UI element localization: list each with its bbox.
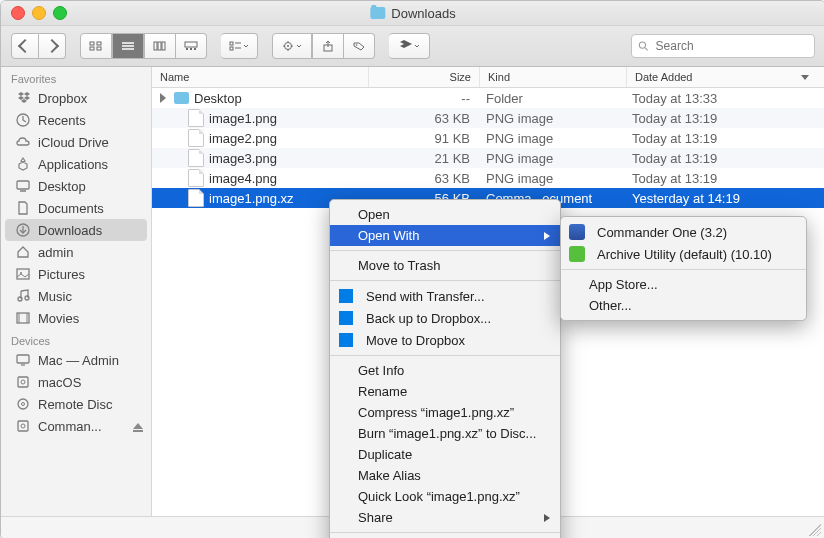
file-name-cell: image3.png: [152, 149, 368, 167]
sidebar-item-movies[interactable]: Movies: [1, 307, 151, 329]
menu-item-share[interactable]: Share: [330, 507, 560, 528]
menu-item-duplicate[interactable]: Duplicate: [330, 444, 560, 465]
nav-buttons: [11, 33, 66, 59]
sidebar-item-pictures[interactable]: Pictures: [1, 263, 151, 285]
menu-item-rename[interactable]: Rename: [330, 381, 560, 402]
eject-icon[interactable]: [133, 423, 143, 429]
file-name: image2.png: [209, 131, 277, 146]
view-columns-button[interactable]: [144, 33, 176, 59]
sidebar-item-documents[interactable]: Documents: [1, 197, 151, 219]
column-name[interactable]: Name: [152, 67, 369, 87]
share-button[interactable]: [312, 33, 344, 59]
menu-item-back-up-to-dropbox[interactable]: Back up to Dropbox...: [330, 307, 560, 329]
sidebar-item-admin[interactable]: admin: [1, 241, 151, 263]
svg-rect-9: [162, 42, 165, 50]
file-row[interactable]: Desktop--FolderToday at 13:33: [152, 88, 824, 108]
file-row[interactable]: image1.png63 KBPNG imageToday at 13:19: [152, 108, 824, 128]
tags-button[interactable]: [344, 33, 375, 59]
menu-item-label: Duplicate: [358, 447, 412, 462]
forward-button[interactable]: [39, 33, 66, 59]
sidebar-item-label: Mac — Admin: [38, 353, 119, 368]
menu-item-move-to-dropbox[interactable]: Move to Dropbox: [330, 329, 560, 351]
menu-item-send-with-transfer[interactable]: Send with Transfer...: [330, 285, 560, 307]
menu-item-burn-image1-png-xz-to-disc[interactable]: Burn “image1.png.xz” to Disc...: [330, 423, 560, 444]
sort-chevron-icon: [801, 75, 809, 80]
movies-icon: [15, 310, 31, 326]
file-row[interactable]: image3.png21 KBPNG imageToday at 13:19: [152, 148, 824, 168]
svg-point-26: [356, 44, 358, 46]
menu-separator: [561, 269, 806, 270]
svg-point-49: [21, 424, 25, 428]
minimize-window-button[interactable]: [32, 6, 46, 20]
submenu-item-app-store[interactable]: App Store...: [561, 274, 806, 295]
svg-rect-15: [230, 47, 233, 50]
svg-line-28: [645, 48, 648, 51]
menu-separator: [330, 355, 560, 356]
sidebar-item-remote-disc[interactable]: Remote Disc: [1, 393, 151, 415]
svg-rect-1: [97, 42, 101, 45]
svg-rect-34: [17, 269, 29, 279]
svg-point-19: [287, 45, 289, 47]
menu-item-open-with[interactable]: Open With: [330, 225, 560, 246]
column-date-added[interactable]: Date Added: [627, 67, 824, 87]
search-input[interactable]: [654, 38, 808, 54]
sidebar-item-mac-admin[interactable]: Mac — Admin: [1, 349, 151, 371]
view-gallery-button[interactable]: [176, 33, 207, 59]
file-date-cell: Today at 13:33: [624, 91, 824, 106]
sidebar-item-desktop[interactable]: Desktop: [1, 175, 151, 197]
menu-item-get-info[interactable]: Get Info: [330, 360, 560, 381]
action-button[interactable]: [272, 33, 312, 59]
menu-item-move-to-trash[interactable]: Move to Trash: [330, 255, 560, 276]
menu-item-label: Move to Dropbox: [366, 333, 465, 348]
submenu-item-commander-one-3-2[interactable]: Commander One (3.2): [561, 221, 806, 243]
window-title-text: Downloads: [391, 6, 455, 21]
search-icon: [638, 40, 649, 52]
action-group: [272, 33, 375, 59]
view-list-button[interactable]: [112, 33, 144, 59]
file-kind-cell: PNG image: [478, 151, 624, 166]
file-row[interactable]: image4.png63 KBPNG imageToday at 13:19: [152, 168, 824, 188]
column-kind[interactable]: Kind: [480, 67, 627, 87]
file-row[interactable]: image2.png91 KBPNG imageToday at 13:19: [152, 128, 824, 148]
open-with-submenu[interactable]: Commander One (3.2)Archive Utility (defa…: [560, 216, 807, 321]
menu-item-label: Back up to Dropbox...: [366, 311, 491, 326]
submenu-item-archive-utility-default-10-10[interactable]: Archive Utility (default) (10.10): [561, 243, 806, 265]
menu-item-make-alias[interactable]: Make Alias: [330, 465, 560, 486]
dropbox-toolbar-button[interactable]: [389, 33, 430, 59]
sidebar-item-icloud-drive[interactable]: iCloud Drive: [1, 131, 151, 153]
menu-item-quick-look-image1-png-xz[interactable]: Quick Look “image1.png.xz”: [330, 486, 560, 507]
sidebar-item-dropbox[interactable]: Dropbox: [1, 87, 151, 109]
gear-icon: [281, 40, 303, 52]
sidebar-item-downloads[interactable]: Downloads: [5, 219, 147, 241]
menu-item-label: App Store...: [589, 277, 658, 292]
sidebar-item-macos[interactable]: macOS: [1, 371, 151, 393]
sidebar: FavoritesDropboxRecentsiCloud DriveAppli…: [1, 67, 152, 519]
disk-icon: [15, 374, 31, 390]
menu-item-compress-image1-png-xz[interactable]: Compress “image1.png.xz”: [330, 402, 560, 423]
disclosure-triangle-icon[interactable]: [160, 93, 166, 103]
view-icon-button[interactable]: [80, 33, 112, 59]
zoom-window-button[interactable]: [53, 6, 67, 20]
svg-point-47: [22, 403, 25, 406]
submenu-item-other[interactable]: Other...: [561, 295, 806, 316]
back-button[interactable]: [11, 33, 39, 59]
context-menu[interactable]: OpenOpen WithMove to TrashSend with Tran…: [329, 199, 561, 538]
file-date-cell: Yesterday at 14:19: [624, 191, 824, 206]
sidebar-item-recents[interactable]: Recents: [1, 109, 151, 131]
sidebar-item-comman-[interactable]: Comman...: [1, 415, 151, 437]
dropbox-icon: [15, 90, 31, 106]
sidebar-item-music[interactable]: Music: [1, 285, 151, 307]
sidebar-item-applications[interactable]: Applications: [1, 153, 151, 175]
menu-item-open[interactable]: Open: [330, 204, 560, 225]
column-size[interactable]: Size: [369, 67, 480, 87]
sidebar-item-label: Music: [38, 289, 72, 304]
arrange-button[interactable]: [221, 33, 258, 59]
svg-rect-11: [186, 48, 188, 50]
sidebar-section-header: Devices: [1, 329, 151, 349]
menu-item-label: Burn “image1.png.xz” to Disc...: [358, 426, 536, 441]
share-icon: [321, 40, 335, 52]
close-window-button[interactable]: [11, 6, 25, 20]
file-date-cell: Today at 13:19: [624, 171, 824, 186]
search-field[interactable]: [631, 34, 815, 58]
chevron-left-icon: [18, 39, 32, 53]
